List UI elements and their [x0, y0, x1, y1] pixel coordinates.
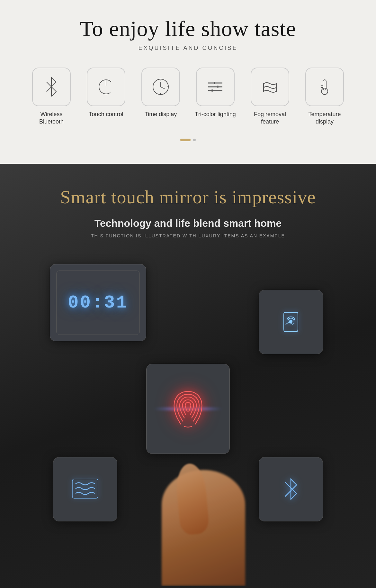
card-fog — [53, 457, 117, 521]
feature-temperature: Temperaturedisplay — [302, 68, 347, 126]
fog-removal-card-icon — [71, 477, 100, 501]
time-display-label: Time display — [145, 111, 177, 118]
touch-control-icon-box — [87, 68, 125, 106]
clock-icon — [151, 77, 170, 96]
hand-overlay — [152, 451, 255, 586]
fog-icon — [260, 77, 280, 96]
tri-color-icon-box — [196, 68, 235, 106]
section-smart-mirror: Smart touch mirror is impressive Technol… — [0, 164, 376, 588]
temperature-icon-box — [305, 68, 344, 106]
features-row: WirelessBluetooth Touch control — [13, 68, 363, 126]
card-phone — [259, 290, 323, 354]
bluetooth-card-icon — [280, 475, 302, 504]
fingerprint-icon — [170, 388, 206, 430]
cards-container: 00:31 — [43, 264, 333, 586]
svg-point-22 — [290, 320, 292, 323]
card-fingerprint — [146, 364, 230, 454]
section-features: To enjoy life show taste EXQUISITE AND C… — [0, 0, 376, 164]
time-card-inner: 00:31 — [56, 271, 140, 335]
pagination-dot-1[interactable] — [180, 139, 191, 141]
smart-mirror-note: THIS FUNCTION IS ILLUSTRATED WITH LUXURY… — [13, 233, 363, 238]
fog-removal-label: Fog removalfeature — [254, 111, 286, 126]
touch-control-label: Touch control — [89, 111, 123, 118]
tri-color-label: Tri-color lighting — [195, 111, 236, 118]
pagination-dot-2[interactable] — [193, 139, 196, 141]
thermometer-icon — [315, 77, 334, 96]
pagination — [13, 139, 363, 151]
svg-point-18 — [321, 88, 328, 95]
feature-time-display: Time display — [138, 68, 183, 126]
phone-icon — [278, 309, 304, 335]
svg-line-4 — [161, 87, 165, 89]
sliders-icon — [206, 77, 225, 96]
feature-touch-control: Touch control — [84, 68, 129, 126]
smart-mirror-title: Smart touch mirror is impressive — [13, 186, 363, 208]
wireless-bluetooth-label: WirelessBluetooth — [39, 111, 64, 126]
time-value: 00:31 — [68, 292, 128, 313]
power-icon — [96, 77, 116, 96]
wireless-bluetooth-icon-box — [32, 68, 71, 106]
card-bluetooth — [259, 457, 323, 521]
feature-tri-color: Tri-color lighting — [193, 68, 238, 126]
subtitle: EXQUISITE AND CONCISE — [13, 45, 363, 51]
time-display-icon-box — [141, 68, 180, 106]
card-time: 00:31 — [50, 264, 146, 341]
fog-removal-icon-box — [251, 68, 289, 106]
main-title: To enjoy life show taste — [13, 16, 363, 41]
feature-fog-removal: Fog removalfeature — [247, 68, 292, 126]
temperature-label: Temperaturedisplay — [308, 111, 341, 126]
feature-wireless-bluetooth: WirelessBluetooth — [29, 68, 74, 126]
bluetooth-icon — [42, 77, 61, 96]
smart-mirror-subtitle: Technology and life blend smart home — [13, 217, 363, 229]
